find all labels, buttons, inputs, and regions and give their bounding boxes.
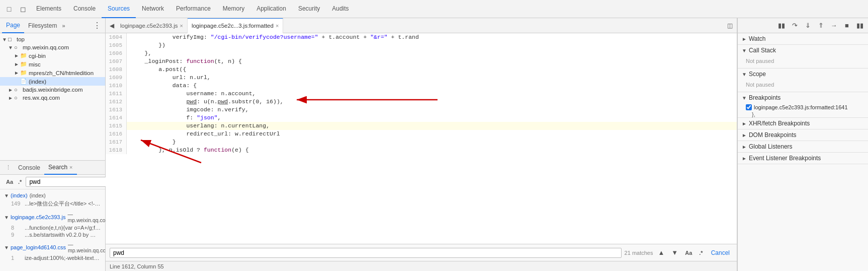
split-editor-icon[interactable]: ◫ [725, 22, 735, 29]
tab-network[interactable]: Network [136, 0, 170, 18]
device-icon[interactable]: ◻ [16, 2, 30, 16]
xhr-header[interactable]: ► XHR/fetch Breakpoints [738, 118, 868, 129]
tab-security[interactable]: Security [292, 0, 326, 18]
inspect-icon[interactable]: □ [2, 2, 16, 16]
search-input[interactable] [26, 177, 108, 187]
tree-item-index[interactable]: 📄 (index) [0, 77, 105, 86]
result-line-css-1[interactable]: 1 ize-adjust:100%;-webkit-text-size-adju… [0, 254, 105, 261]
left-tab-filesystem[interactable]: Filesystem [24, 18, 61, 33]
scope-arrow-icon: ▼ [742, 72, 747, 77]
regex-btn[interactable]: .* [16, 178, 24, 186]
section-call-stack: ▼ Call Stack Not paused [738, 45, 868, 69]
result-arrow-loginpage: ▼ [4, 215, 9, 220]
result-path-index: (index) [30, 192, 46, 198]
tab-audits[interactable]: Audits [326, 0, 355, 18]
section-watch: ► Watch [738, 33, 868, 45]
tree-label-mp: mp.weixin.qq.com [23, 44, 69, 50]
breakpoint-text-1: loginpage.c5e2c393.js:formatted:1641 [754, 104, 848, 110]
close-search-tab-icon[interactable]: × [69, 164, 72, 170]
code-line-1617: 1617 } [106, 138, 737, 146]
right-toolbar: ▮▮ ↷ ⇓ ⇑ → ■ ▮▮ [738, 18, 868, 33]
tab-console[interactable]: Console [67, 0, 102, 18]
step-out-icon[interactable]: ⇑ [815, 20, 827, 32]
tab-sources[interactable]: Sources [102, 0, 136, 18]
breakpoint-checkbox-1[interactable] [746, 104, 752, 110]
tree-item-top[interactable]: ▼ □ top [0, 35, 105, 43]
result-line-lp-9[interactable]: 9 ...s.be/startswith v0.2.0 by @mathias … [0, 231, 105, 238]
find-regex[interactable]: .* [697, 249, 705, 257]
tree-label-misc: misc [29, 61, 41, 67]
step-into-icon[interactable]: ⇓ [802, 20, 814, 32]
global-listeners-header[interactable]: ► Global Listeners [738, 141, 868, 152]
tab-performance[interactable]: Performance [170, 0, 217, 18]
domain-icon-mp: ○ [14, 44, 21, 50]
more-options-icon[interactable]: ▮▮ [854, 20, 866, 32]
code-line-1615: 1615 userlang: n.currentLang, [106, 122, 737, 130]
editor-tab-loginpage-formatted[interactable]: loginpage.c5e2c...3.js:formatted × [188, 18, 283, 33]
code-line-1618: 1618 }, n.isOld ? function(e) { [106, 146, 737, 154]
tree-arrow-misc: ► [14, 61, 20, 67]
find-cancel-btn[interactable]: Cancel [708, 248, 733, 257]
tree-item-res[interactable]: ► ○ res.wx.qq.com [0, 94, 105, 102]
find-prev-icon[interactable]: ▲ [656, 248, 666, 257]
breakpoints-label: Breakpoints [749, 94, 780, 101]
folder-icon-mpres: 📁 [20, 70, 27, 76]
domain-icon-res: ○ [14, 95, 21, 101]
bottom-tab-console[interactable]: Console [14, 161, 44, 175]
result-file-loginpage[interactable]: ▼ loginpage.c5e2c393.js — mp.weixin.qq.c… [0, 210, 105, 224]
result-line-index-149[interactable]: 149 ...le>微信公众平台</title> <!-- <link rel=… [0, 199, 105, 208]
tree-item-mp[interactable]: ▼ ○ mp.weixin.qq.com [0, 43, 105, 51]
code-area[interactable]: 1604 verifyImg: "/cgi-bin/verifycode?use… [106, 33, 737, 244]
deactivate-breakpoints-icon[interactable]: ■ [841, 20, 853, 32]
step-over-icon[interactable]: ↷ [789, 20, 801, 32]
editor-nav-left-icon[interactable]: ◀ [108, 22, 116, 29]
left-panel-menu-icon[interactable]: ⋮ [91, 20, 103, 31]
find-next-icon[interactable]: ▼ [669, 248, 680, 257]
scope-label: Scope [749, 71, 766, 78]
breakpoints-arrow-icon: ▼ [742, 95, 747, 101]
result-line-lp-8[interactable]: 8 ...function(e,t,n){var o=A+/g;function… [0, 224, 105, 231]
code-line-1606: 1606 }, [106, 49, 737, 57]
tree-item-cgibin[interactable]: ► 📁 cgi-bin [0, 51, 105, 60]
editor-tab-loginpage-js[interactable]: loginpage.c5e2c393.js × [116, 18, 188, 33]
watch-label: Watch [749, 35, 766, 42]
section-global-listeners: ► Global Listeners [738, 141, 868, 153]
global-listeners-label: Global Listeners [749, 143, 793, 150]
call-stack-arrow-icon: ▼ [742, 48, 747, 53]
bottom-panel-menu-icon[interactable]: ⋮ [2, 162, 14, 174]
dom-header[interactable]: ► DOM Breakpoints [738, 129, 868, 141]
call-stack-header[interactable]: ▼ Call Stack [738, 45, 868, 56]
tree-item-mpres[interactable]: ► 📁 mpres/zh_CN/htmledition [0, 69, 105, 77]
tab-memory[interactable]: Memory [217, 0, 250, 18]
more-tabs-icon[interactable]: » [62, 23, 65, 29]
tree-item-misc[interactable]: ► 📁 misc [0, 60, 105, 69]
watch-header[interactable]: ► Watch [738, 33, 868, 44]
find-matches: 21 matches [625, 250, 653, 256]
scope-header[interactable]: ▼ Scope [738, 69, 868, 80]
bottom-tab-search[interactable]: Search × [44, 161, 76, 175]
result-file-index[interactable]: ▼ (index) (index) [0, 191, 105, 199]
left-tab-page[interactable]: Page [2, 18, 24, 33]
step-icon[interactable]: → [828, 20, 840, 32]
tree-arrow-cgibin: ► [14, 53, 20, 58]
xhr-label: XHR/fetch Breakpoints [749, 120, 810, 127]
pause-icon[interactable]: ▮▮ [775, 20, 788, 32]
event-listener-header[interactable]: ► Event Listener Breakpoints [738, 153, 868, 164]
find-case-sensitive[interactable]: Aa [683, 249, 694, 257]
find-input[interactable] [110, 248, 622, 258]
code-line-1610: 1610 data: { [106, 82, 737, 90]
case-sensitive-btn[interactable]: Aa [4, 178, 15, 186]
code-line-1612: 1612 pwd: u(n.pwd.substr(0, 16)), [106, 98, 737, 106]
close-tab-2-icon[interactable]: × [276, 23, 279, 29]
bottom-tabs: ⋮ Console Search × [0, 161, 105, 175]
tree-label-res: res.wx.qq.com [23, 95, 60, 101]
find-bar: 21 matches ▲ ▼ Aa .* Cancel [106, 244, 737, 261]
result-file-css[interactable]: ▼ page_login4d6140.css — mp.weixin.qq.co… [0, 240, 105, 254]
tab-elements[interactable]: Elements [30, 0, 67, 18]
section-breakpoints: ▼ Breakpoints loginpage.c5e2c393.js:form… [738, 92, 868, 118]
tree-item-badjs[interactable]: ► ○ badjs.weixinbridge.com [0, 86, 105, 94]
close-tab-1-icon[interactable]: × [180, 23, 183, 29]
tab-application[interactable]: Application [250, 0, 292, 18]
breakpoints-header[interactable]: ▼ Breakpoints [738, 92, 868, 103]
dom-label: DOM Breakpoints [749, 131, 797, 139]
